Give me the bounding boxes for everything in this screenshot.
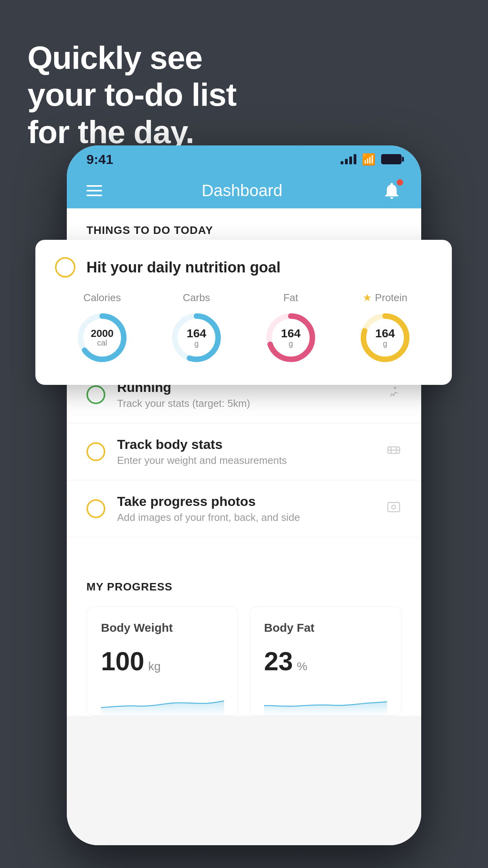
fat-donut: 164 g [263, 310, 318, 365]
status-bar: 9:41 📶 [67, 145, 421, 173]
carbs-value: 164 [187, 327, 206, 339]
nutrition-card: Hit your daily nutrition goal Calories 2… [35, 240, 452, 385]
calories-value: 2000 [91, 328, 114, 338]
calories-unit: cal [91, 338, 114, 348]
list-item-photos[interactable]: Take progress photos Add images of your … [67, 480, 421, 537]
notifications-button[interactable] [382, 181, 402, 200]
wifi-icon: 📶 [362, 153, 376, 166]
protein-star-icon: ★ [363, 292, 372, 304]
body-weight-title: Body Weight [101, 621, 224, 634]
progress-header: MY PROGRESS [86, 581, 402, 593]
carbs-item: Carbs 164 g [169, 292, 224, 365]
body-weight-value-container: 100 kg [101, 646, 224, 676]
battery-icon [381, 154, 402, 164]
photos-content: Take progress photos Add images of your … [117, 494, 386, 524]
svg-point-5 [392, 505, 396, 509]
body-stats-title: Track body stats [117, 437, 386, 452]
things-section: THINGS TO DO TODAY [67, 208, 421, 245]
body-weight-unit: kg [148, 660, 161, 673]
fat-unit: g [281, 339, 301, 348]
body-fat-card[interactable]: Body Fat 23 % [250, 607, 402, 716]
protein-donut: 164 g [358, 310, 413, 365]
signal-icon [341, 154, 356, 164]
hamburger-menu[interactable] [86, 185, 102, 196]
running-icon [386, 385, 402, 405]
photos-checkbox[interactable] [86, 499, 105, 518]
carbs-donut: 164 g [169, 310, 224, 365]
carbs-unit: g [187, 339, 206, 348]
nutrition-circles: Calories 2000 cal Carbs [55, 292, 432, 365]
body-weight-number: 100 [101, 646, 144, 676]
protein-value: 164 [375, 327, 395, 339]
carbs-label: Carbs [183, 292, 210, 304]
todo-list: Running Track your stats (target: 5km) T… [67, 366, 421, 537]
body-weight-card[interactable]: Body Weight 100 kg [86, 607, 238, 716]
list-item-body-stats[interactable]: Track body stats Enter your weight and m… [67, 423, 421, 480]
calories-donut: 2000 cal [75, 310, 130, 365]
headline: Quickly see your to-do list for the day. [28, 39, 237, 151]
body-stats-icon [386, 442, 402, 462]
nutrition-checkbox[interactable] [55, 257, 75, 278]
body-fat-unit: % [297, 660, 307, 673]
progress-cards: Body Weight 100 kg [86, 607, 402, 716]
body-fat-chart [264, 688, 387, 715]
progress-section: MY PROGRESS Body Weight 100 kg [67, 561, 421, 716]
status-icons: 📶 [341, 153, 402, 166]
photos-subtitle: Add images of your front, back, and side [117, 511, 386, 524]
protein-label: ★Protein [363, 292, 407, 304]
body-stats-subtitle: Enter your weight and measurements [117, 454, 386, 467]
photos-title: Take progress photos [117, 494, 386, 509]
fat-value: 164 [281, 327, 301, 339]
nav-bar: Dashboard [67, 173, 421, 208]
body-weight-chart [101, 688, 224, 715]
body-fat-title: Body Fat [264, 621, 387, 634]
body-stats-content: Track body stats Enter your weight and m… [117, 437, 386, 467]
status-time: 9:41 [86, 152, 113, 167]
nav-title: Dashboard [202, 181, 282, 200]
fat-item: Fat 164 g [263, 292, 318, 365]
nutrition-title: Hit your daily nutrition goal [86, 259, 281, 276]
svg-rect-4 [388, 502, 400, 511]
body-fat-value-container: 23 % [264, 646, 387, 676]
fat-label: Fat [283, 292, 298, 304]
running-subtitle: Track your stats (target: 5km) [117, 397, 386, 410]
body-fat-number: 23 [264, 646, 293, 676]
photos-icon [386, 499, 402, 519]
notification-dot [397, 179, 403, 186]
body-stats-checkbox[interactable] [86, 442, 105, 461]
nutrition-card-header: Hit your daily nutrition goal [55, 257, 432, 278]
running-checkbox[interactable] [86, 385, 105, 404]
calories-label: Calories [83, 292, 121, 304]
protein-unit: g [375, 339, 395, 348]
calories-item: Calories 2000 cal [75, 292, 130, 365]
protein-item: ★Protein 164 g [358, 292, 413, 365]
